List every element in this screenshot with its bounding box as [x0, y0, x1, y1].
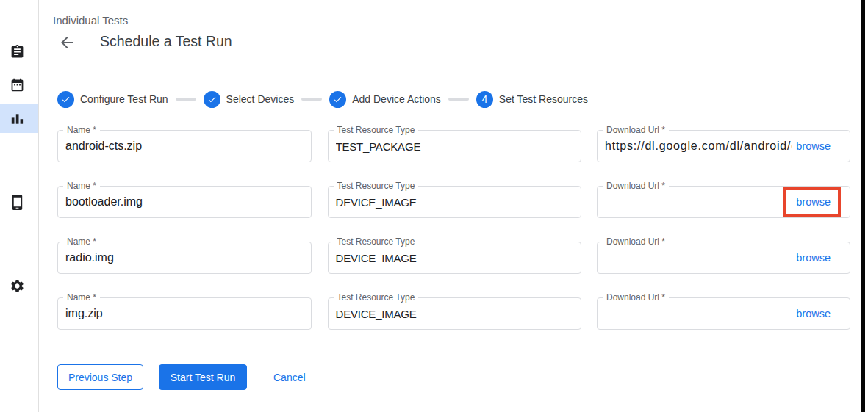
breadcrumb: Individual Tests	[53, 14, 128, 26]
cancel-button[interactable]: Cancel	[273, 364, 306, 390]
form-actions: Previous Step Start Test Run Cancel	[57, 364, 306, 390]
sidebar-nav	[0, 0, 39, 412]
previous-step-button[interactable]: Previous Step	[57, 364, 143, 390]
field-label: Test Resource Type	[334, 293, 419, 303]
check-icon	[61, 95, 71, 104]
start-test-run-button[interactable]: Start Test Run	[159, 364, 247, 390]
arrow-back-icon	[58, 34, 76, 51]
step-number: 4	[481, 93, 487, 105]
step-complete-circle	[204, 91, 220, 108]
field-label: Test Resource Type	[334, 181, 419, 191]
step-select-devices[interactable]: Select Devices	[204, 91, 295, 108]
resource-type-field: Test Resource Type	[328, 242, 581, 274]
page-title: Schedule a Test Run	[100, 33, 232, 50]
stepper: Configure Test Run Select Devices Add De…	[57, 90, 588, 108]
sidebar-item-tests[interactable]	[0, 37, 38, 66]
step-connector	[448, 98, 469, 101]
browse-button[interactable]: browse	[792, 131, 850, 162]
back-button[interactable]	[57, 33, 76, 52]
field-label: Download Url *	[603, 126, 669, 135]
step-complete-circle	[329, 91, 346, 108]
field-label: Download Url *	[603, 181, 669, 191]
download-url-input[interactable]	[598, 242, 792, 273]
field-label: Name *	[63, 181, 100, 191]
name-field: Name *	[57, 186, 312, 218]
test-resources-form: Name * Test Resource Type Download Url *…	[57, 130, 850, 330]
field-label: Test Resource Type	[334, 126, 419, 135]
resource-type-input[interactable]	[329, 242, 581, 273]
name-field: Name *	[57, 242, 312, 274]
step-label: Add Device Actions	[352, 93, 441, 105]
download-url-field: Download Url * browse	[597, 242, 850, 274]
step-connector	[301, 98, 322, 101]
step-current-circle: 4	[476, 91, 493, 108]
sidebar-item-reports[interactable]	[0, 104, 38, 133]
clipboard-icon	[10, 44, 25, 59]
field-label: Name *	[63, 293, 100, 303]
schedule-test-run-page: Individual Tests Schedule a Test Run Con…	[0, 0, 868, 412]
field-label: Test Resource Type	[334, 237, 419, 247]
header-divider	[39, 71, 868, 71]
download-url-field: Download Url * browse	[597, 130, 850, 162]
step-label: Configure Test Run	[80, 93, 168, 105]
name-input[interactable]	[58, 242, 311, 273]
download-url-input[interactable]	[598, 187, 792, 217]
resource-type-field: Test Resource Type	[328, 130, 581, 162]
check-icon	[207, 95, 217, 104]
step-add-device-actions[interactable]: Add Device Actions	[329, 91, 441, 108]
resource-type-input[interactable]	[329, 131, 581, 162]
step-configure-test-run[interactable]: Configure Test Run	[57, 91, 168, 108]
field-label: Download Url *	[603, 237, 669, 247]
name-field: Name *	[57, 130, 312, 162]
step-label: Select Devices	[226, 93, 295, 105]
step-set-test-resources[interactable]: 4 Set Test Resources	[476, 91, 588, 108]
field-label: Name *	[63, 237, 100, 247]
resource-type-field: Test Resource Type	[328, 186, 581, 218]
step-connector	[176, 98, 196, 101]
step-complete-circle	[57, 91, 74, 108]
name-input[interactable]	[58, 298, 311, 329]
name-input[interactable]	[58, 131, 311, 162]
field-label: Name *	[63, 126, 100, 135]
resource-type-field: Test Resource Type	[328, 297, 581, 330]
resource-type-input[interactable]	[329, 187, 581, 217]
download-url-input[interactable]	[598, 131, 792, 162]
browse-button[interactable]: browse	[792, 242, 850, 273]
smartphone-icon	[9, 194, 26, 211]
step-label: Set Test Resources	[499, 93, 588, 105]
check-icon	[333, 95, 342, 104]
download-url-field: Download Url * browse	[597, 297, 850, 330]
window-edge-bar	[861, 0, 865, 412]
gear-icon	[10, 278, 25, 294]
download-url-field: Download Url * browse	[597, 186, 850, 218]
sidebar-item-plans[interactable]	[0, 70, 38, 99]
bar-chart-icon	[9, 110, 25, 126]
name-input[interactable]	[58, 187, 311, 217]
download-url-input[interactable]	[598, 298, 792, 329]
sidebar-item-devices[interactable]	[0, 187, 38, 217]
browse-button[interactable]: browse	[792, 187, 850, 217]
browse-button[interactable]: browse	[792, 298, 850, 329]
resource-type-input[interactable]	[329, 298, 581, 329]
name-field: Name *	[57, 297, 312, 330]
field-label: Download Url *	[603, 293, 669, 303]
calendar-icon	[10, 77, 25, 93]
sidebar-item-settings[interactable]	[0, 271, 38, 300]
